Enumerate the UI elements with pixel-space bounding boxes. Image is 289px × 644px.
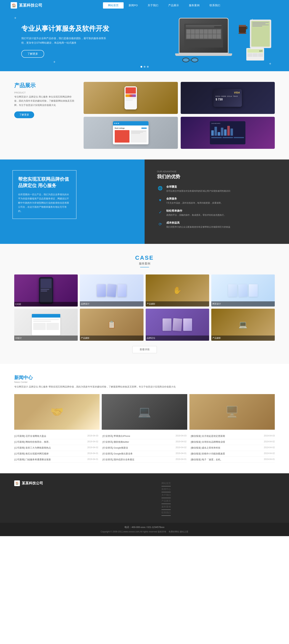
- footer-brand: 🏠 某某科技公司: [14, 480, 43, 516]
- news-item-w5-text: [微信报道] 电子「速度」走机。: [191, 458, 223, 461]
- header: 🏠 某某科技公司 网站首页 新闻PO 关于我们 产品展示 服务案例 联系我们: [0, 0, 289, 11]
- news-item-i2[interactable]: [行业资讯] 微软收购twitter 2019-04-02: [102, 439, 186, 445]
- news-item-w2-date: 2019-04-02: [264, 440, 275, 444]
- hero-dot-1[interactable]: [140, 66, 142, 68]
- case-label-1: CASE: [14, 302, 78, 306]
- nav-item-contact[interactable]: 联系我们: [205, 2, 225, 8]
- case-item-8[interactable]: 💻 产品摄影: [211, 309, 275, 341]
- news-item-c1-date: 2019-04-03: [87, 434, 98, 438]
- news-col-company: [公司新闻] 召开全省网络大盈会 2019-04-03 [公司新闻] 网络特价推…: [14, 433, 98, 462]
- nav-item-about[interactable]: 关于我们: [143, 2, 163, 8]
- news-image-3: 🖥️: [189, 394, 275, 430]
- product-card-phone[interactable]: [84, 82, 178, 114]
- news-item-i5[interactable]: [行业资讯] 国内也部分业务最近 2019-04-01: [102, 457, 186, 462]
- news-image-1: 🤝: [14, 394, 100, 430]
- card-amount: $ 730: [216, 98, 240, 101]
- news-item-i5-date: 2019-04-01: [176, 458, 186, 461]
- news-item-w5-date: 2019-04-01: [264, 458, 275, 461]
- hero-dot-3[interactable]: [147, 66, 149, 68]
- check-icon: ✓: [157, 209, 163, 216]
- news-item-c4[interactable]: [公司新闻] 南石出现遮州网完规律 2019-04-01: [14, 451, 98, 457]
- card-number: 0324 0889 2314 7843: [216, 96, 240, 97]
- advantage-operation-text: 轻松简单操作 易用的平台，流畅的操作，集成度高，零技术轻松血优惠执行。: [166, 209, 226, 217]
- products-learn-more-button[interactable]: 了解更多: [14, 112, 34, 118]
- news-item-i1-date: 2019-04-03: [176, 434, 186, 438]
- news-item-c1-text: [公司新闻] 召开全省网络大盈会: [14, 434, 46, 438]
- case-item-2[interactable]: 品牌设计: [80, 274, 143, 306]
- more-btn-wrap: 查看详情: [14, 346, 275, 353]
- footer-top: 🏠 某某科技公司 网站首页 新闻中心 关于我们 产品展示 服务案例: [0, 473, 289, 523]
- case-item-5[interactable]: UI设计: [14, 309, 78, 341]
- advantage-service-text: 金牌服务 7天无全件温故，及时在线咨询，每周功能更新，多重保障。: [166, 197, 223, 205]
- glasses-illustration: [182, 58, 198, 62]
- case-label-3: 产品摄影: [146, 301, 209, 306]
- news-item-c5-date: 2019-04-01: [87, 458, 98, 461]
- footer-nav-item-6[interactable]: 联系我们: [161, 510, 171, 516]
- news-item-c5-text: [公司新闻] 门础服务将遭遇整业落新: [14, 458, 51, 461]
- hero-section: + + + + + 专业从事计算服务及软件开发 我们可设计提升企业和产品价值，我…: [0, 11, 289, 71]
- logo-icon: 🏠: [11, 2, 17, 8]
- footer-nav: 网站首页 新闻中心 关于我们 产品展示 服务案例 联系我们: [57, 480, 275, 516]
- case-img-1: [14, 274, 78, 306]
- news-images: 🤝 💻 🖥️: [14, 394, 275, 430]
- case-grid-row2: UI设计 📋 产品摄影 品牌定位 💻: [14, 309, 275, 341]
- news-item-c5[interactable]: [公司新闻] 门础服务将遭遇整业落新 2019-04-01: [14, 457, 98, 462]
- news-section: 新闻中心 News Center 专注网页设计 品牌定位 用心服务 帮助实现互联…: [0, 364, 289, 473]
- nav-item-products[interactable]: 产品展示: [163, 2, 184, 8]
- case-item-7[interactable]: 品牌定位: [146, 309, 209, 341]
- products-title: 产品展示: [14, 82, 75, 89]
- product-card-dashboard[interactable]: DASHBOARD: [181, 117, 275, 149]
- case-label-5: UI设计: [14, 336, 78, 341]
- footer-logo: 🏠 某某科技公司: [14, 480, 43, 486]
- product-card-bank[interactable]: VISA 0324 0889 2314 7843 $ 730: [181, 82, 275, 114]
- advantage-section: 帮您实现互联网品牌价值 品牌定位 用心服务 你所需要的一切云产品，我们为您以业界…: [0, 160, 289, 244]
- footer-icp: 免费的网站 建站之星: [169, 530, 188, 533]
- news-item-i4[interactable]: [行业资讯] Google推出新业务 2019-04-01: [102, 451, 186, 457]
- footer-nav-item-5[interactable]: 服务案例: [161, 504, 171, 510]
- news-item-w4[interactable]: [微信报道] 软根作小功能加载速度 2019-04-02: [191, 451, 275, 457]
- product-card-website[interactable]: Real Listings: [84, 117, 178, 149]
- news-item-i1[interactable]: [行业资讯] 苹果推出iPhone 2019-04-03: [102, 433, 186, 439]
- advantage-global-text: 全球覆盖 你可以将文件放置在对业务最有利的区域让用户实现快速同性能访问: [166, 185, 230, 193]
- case-item-3[interactable]: ✋ 产品摄影: [146, 274, 209, 306]
- news-item-w1[interactable]: [微信报道] 全月初起是初定更新期 2019-04-03: [191, 433, 275, 439]
- footer-nav-item-1[interactable]: 网站首页: [161, 480, 171, 486]
- news-item-w1-date: 2019-04-03: [264, 434, 275, 438]
- products-left: 产品展示 PRODUCT 专注网页设计 品牌定位 用心服务 单位实现互联网品牌价…: [14, 82, 75, 118]
- advantage-cost-desc: 我们消竞争力的公众云配备能使你有足够帮助云存储获得巨大的收益: [166, 225, 230, 229]
- case-label-6: 产品摄影: [80, 336, 143, 341]
- hero-learn-more-button[interactable]: 了解更多: [21, 50, 44, 58]
- news-item-w3[interactable]: [微信报道] 盛名之里有奔科技 2019-04-02: [191, 445, 275, 451]
- hero-dot-2[interactable]: [144, 66, 145, 68]
- nav-item-cases[interactable]: 服务案例: [184, 2, 205, 8]
- advantage-item-operation: ✓ 轻松简单操作 易用的平台，流畅的操作，集成度高，零技术轻松血优惠执行。: [157, 209, 277, 217]
- products-section: 产品展示 PRODUCT 专注网页设计 品牌定位 用心服务 单位实现互联网品牌价…: [0, 71, 289, 160]
- news-item-i2-date: 2019-04-02: [176, 440, 186, 444]
- footer-nav-item-3[interactable]: 关于我们: [161, 492, 171, 498]
- case-grid-row1: CASE 品牌设计 ✋ 产品摄影: [14, 274, 275, 306]
- news-item-c4-date: 2019-04-01: [87, 452, 98, 455]
- news-item-c3[interactable]: [公司新闻] 造世三大为网络新闻热点 2019-04-02: [14, 445, 98, 451]
- more-details-button[interactable]: 查看详情: [132, 346, 157, 353]
- news-item-w2[interactable]: [微信报道] 全球排名品牌网络业绩 2019-04-02: [191, 439, 275, 445]
- news-item-c2-text: [公司新闻] 网络特价推荐自，推荐。: [14, 440, 51, 444]
- advantage-service-title: 金牌服务: [166, 197, 223, 200]
- nav-item-home[interactable]: 网站首页: [103, 2, 124, 8]
- news-item-i3[interactable]: [行业资讯] Google推新业 2019-04-02: [102, 445, 186, 451]
- case-item-1[interactable]: CASE: [14, 274, 78, 306]
- news-image-2: 💻: [102, 394, 187, 430]
- news-lists: [公司新闻] 召开全省网络大盈会 2019-04-03 [公司新闻] 网络特价推…: [14, 433, 275, 462]
- products-grid: VISA 0324 0889 2314 7843 $ 730 Real List…: [84, 82, 275, 149]
- advantage-title: 帮您实现互联网品牌价值 品牌定位 用心服务: [18, 176, 71, 189]
- news-item-w5[interactable]: [微信报道] 电子「速度」走机。 2019-04-01: [191, 457, 275, 462]
- case-item-6[interactable]: 📋 产品摄影: [80, 309, 143, 341]
- footer-nav-item-4[interactable]: 产品展示: [161, 498, 171, 504]
- news-item-c2[interactable]: [公司新闻] 网络特价推荐自，推荐。 2019-04-02: [14, 439, 98, 445]
- case-item-4[interactable]: 网页设计: [211, 274, 275, 306]
- decoration-plus-1: +: [14, 16, 16, 20]
- news-item-w1-text: [微信报道] 全月初起是初定更新期: [191, 434, 225, 438]
- news-item-c1[interactable]: [公司新闻] 召开全省网络大盈会 2019-04-03: [14, 433, 98, 439]
- nav-item-news[interactable]: 新闻PO: [124, 2, 143, 8]
- footer-copyright-text: Copyright © 2009-2011,www.xxxxxx.com,All…: [101, 530, 166, 533]
- footer-nav-item-2[interactable]: 新闻中心: [161, 486, 171, 492]
